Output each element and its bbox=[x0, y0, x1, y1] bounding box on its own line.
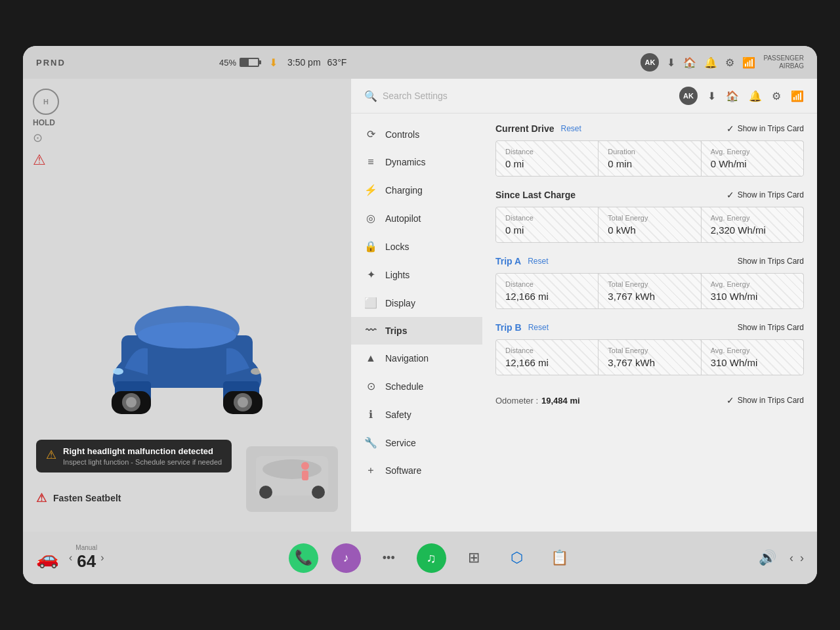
prev-arrow-icon[interactable]: ‹ bbox=[69, 552, 72, 564]
current-drive-stats: Distance 0 mi Duration 0 min Avg. Energy… bbox=[495, 140, 804, 177]
car-svg bbox=[95, 270, 279, 427]
trip-a-reset[interactable]: Reset bbox=[528, 257, 548, 266]
next-arrow-icon[interactable]: › bbox=[100, 552, 104, 564]
trip-b-energy-label: Total Energy bbox=[608, 346, 691, 354]
trip-b-energy-value: 3,767 kWh bbox=[608, 357, 691, 368]
svg-point-12 bbox=[251, 368, 261, 375]
current-energy-cell: Avg. Energy 0 Wh/mi bbox=[702, 141, 803, 176]
sidebar-item-navigation[interactable]: ▲ Navigation bbox=[351, 345, 482, 372]
download-icon: ⬇ bbox=[269, 56, 278, 69]
passenger-airbag-label: PASSENGERAIRBAG bbox=[763, 54, 804, 70]
trip-b-header: Trip B Reset Show in Trips Card bbox=[495, 322, 804, 333]
safety-icon: ℹ bbox=[364, 408, 377, 421]
since-last-charge-section: Since Last Charge ✓ Show in Trips Card D… bbox=[495, 190, 804, 243]
alert-subtitle: Inspect light function - Schedule servic… bbox=[63, 458, 222, 466]
status-right: AK ⬇ 🏠 🔔 ⚙ 📶 PASSENGERAIRBAG bbox=[640, 53, 804, 72]
sidebar-item-schedule[interactable]: ⊙ Schedule bbox=[351, 372, 482, 400]
temp-display: Manual 64 bbox=[75, 544, 97, 572]
sidebar-item-display[interactable]: ⬜ Display bbox=[351, 289, 482, 317]
svg-point-16 bbox=[312, 486, 325, 499]
svg-point-8 bbox=[126, 397, 136, 408]
notification-icon: 🔔 bbox=[749, 90, 762, 102]
trip-a-section: Trip A Reset Show in Trips Card Distance bbox=[495, 256, 804, 309]
sidebar-item-autopilot[interactable]: ◎ Autopilot bbox=[351, 204, 482, 232]
svg-point-15 bbox=[259, 486, 272, 499]
slc-energy-value: 0 kWh bbox=[608, 224, 691, 236]
time-display: 3:50 pm 63°F bbox=[287, 57, 346, 68]
current-drive-reset[interactable]: Reset bbox=[560, 124, 581, 133]
svg-point-2 bbox=[138, 322, 236, 348]
car-taskbar-icon[interactable]: 🚗 bbox=[36, 547, 59, 569]
sidebar-item-service[interactable]: 🔧 Service bbox=[351, 429, 482, 457]
trip-b-section: Trip B Reset Show in Trips Card Distance bbox=[495, 322, 804, 375]
nav-prev-next: ‹ Manual 64 › bbox=[69, 544, 104, 572]
locks-label: Locks bbox=[385, 242, 410, 252]
headlight-alert: ⚠ Right headlight malfunction detected I… bbox=[36, 440, 232, 472]
trip-b-reset[interactable]: Reset bbox=[528, 323, 549, 332]
battery-indicator: 45% bbox=[219, 58, 259, 68]
current-drive-show-trips[interactable]: ✓ Show in Trips Card bbox=[726, 123, 804, 134]
slc-distance-cell: Distance 0 mi bbox=[496, 207, 598, 242]
bell-icon: 🔔 bbox=[704, 56, 717, 69]
trip-a-avg-energy-cell: Avg. Energy 310 Wh/mi bbox=[702, 274, 803, 308]
hold-circle: H bbox=[33, 89, 59, 115]
search-placeholder: Search Settings bbox=[383, 91, 448, 101]
since-last-charge-header: Since Last Charge ✓ Show in Trips Card bbox=[495, 190, 804, 200]
spotify-button[interactable]: ♫ bbox=[417, 543, 446, 573]
notes-button[interactable]: 📋 bbox=[545, 543, 574, 573]
odometer-show-trips[interactable]: ✓ Show in Trips Card bbox=[726, 395, 804, 406]
taskbar-left: 🚗 ‹ Manual 64 › bbox=[36, 544, 104, 572]
music-button[interactable]: ♪ bbox=[331, 543, 361, 573]
top-icons: AK ⬇ 🏠 🔔 ⚙ 📶 bbox=[679, 87, 804, 105]
trip-a-avg-energy-value: 310 Wh/mi bbox=[711, 291, 794, 302]
sidebar-item-software[interactable]: + Software bbox=[351, 457, 482, 484]
search-input-area[interactable]: 🔍 Search Settings bbox=[364, 90, 679, 102]
current-drive-section: Current Drive Reset ✓ Show in Trips Card bbox=[495, 123, 804, 177]
trip-b-distance-label: Distance bbox=[505, 346, 589, 354]
volume-icon[interactable]: 🔊 bbox=[759, 549, 776, 566]
sidebar-item-trips[interactable]: 〰 Trips bbox=[351, 317, 482, 345]
trip-a-show-trips[interactable]: Show in Trips Card bbox=[738, 257, 804, 266]
user-badge[interactable]: AK bbox=[640, 53, 659, 72]
svg-point-11 bbox=[113, 368, 123, 375]
trip-a-distance-value: 12,166 mi bbox=[505, 291, 589, 302]
user-avatar[interactable]: AK bbox=[679, 87, 698, 105]
media-nav-arrows: ‹ › bbox=[789, 551, 804, 565]
trips-icon: 〰 bbox=[364, 325, 377, 337]
sidebar-item-safety[interactable]: ℹ Safety bbox=[351, 400, 482, 429]
car-thumbnail bbox=[246, 446, 338, 512]
schedule-label: Schedule bbox=[385, 381, 423, 392]
current-duration-cell: Duration 0 min bbox=[598, 141, 700, 176]
media-prev-icon[interactable]: ‹ bbox=[789, 551, 793, 565]
phone-button[interactable]: 📞 bbox=[289, 543, 318, 573]
temp-mode-label: Manual bbox=[75, 544, 97, 551]
sidebar-item-lights[interactable]: ✦ Lights bbox=[351, 261, 482, 289]
trip-a-energy-value: 3,767 kWh bbox=[608, 291, 691, 302]
current-distance-label: Distance bbox=[505, 148, 589, 156]
trip-b-show-trips[interactable]: Show in Trips Card bbox=[738, 323, 804, 332]
seatbelt-alert: ⚠ Fasten Seatbelt bbox=[36, 491, 121, 505]
odometer-row: Odometer : 19,484 mi ✓ Show in Trips Car… bbox=[495, 388, 804, 412]
grid-button[interactable]: ⊞ bbox=[459, 543, 489, 573]
svg-point-14 bbox=[262, 459, 322, 479]
hold-circle-icon: H bbox=[43, 98, 49, 106]
media-next-icon[interactable]: › bbox=[800, 551, 804, 565]
battery-icon bbox=[240, 58, 259, 67]
charging-label: Charging bbox=[385, 185, 423, 196]
slc-distance-value: 0 mi bbox=[505, 224, 589, 236]
sidebar-item-charging[interactable]: ⚡ Charging bbox=[351, 176, 482, 204]
sidebar-item-controls[interactable]: ⟳ Controls bbox=[351, 120, 482, 148]
trip-b-distance-cell: Distance 12,166 mi bbox=[496, 340, 598, 375]
more-button[interactable]: ••• bbox=[374, 543, 404, 573]
since-last-charge-show-trips[interactable]: ✓ Show in Trips Card bbox=[726, 190, 804, 200]
sidebar-item-locks[interactable]: 🔒 Locks bbox=[351, 232, 482, 261]
hold-indicator: H HOLD ⊙ ⚠ bbox=[33, 89, 341, 169]
current-distance-cell: Distance 0 mi bbox=[496, 141, 598, 176]
trips-content: Current Drive Reset ✓ Show in Trips Card bbox=[482, 114, 817, 532]
search-icon: 🔍 bbox=[364, 90, 377, 102]
sidebar-item-dynamics[interactable]: ≡ Dynamics bbox=[351, 148, 482, 176]
autopilot-icon: ◎ bbox=[364, 212, 377, 224]
bluetooth-button[interactable]: ⬡ bbox=[502, 543, 532, 573]
current-drive-checkmark: ✓ bbox=[726, 123, 734, 134]
schedule-icon: ⊙ bbox=[364, 380, 377, 392]
